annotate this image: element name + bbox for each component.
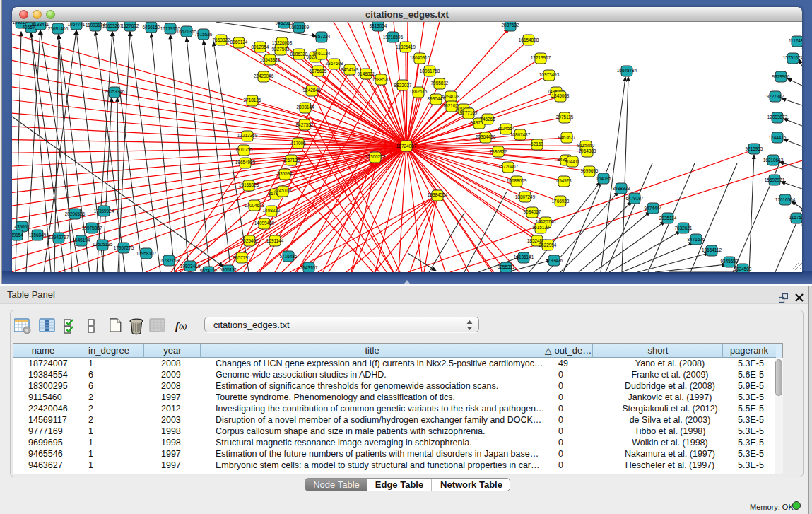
- svg-text:7632621: 7632621: [675, 226, 693, 230]
- svg-text:9699695: 9699695: [581, 168, 599, 173]
- svg-text:20364436: 20364436: [476, 134, 496, 139]
- svg-text:8255311: 8255311: [498, 264, 515, 269]
- svg-text:20206536: 20206536: [65, 211, 86, 216]
- svg-text:18724007: 18724007: [396, 144, 417, 148]
- svg-text:10654112: 10654112: [702, 247, 722, 252]
- svg-text:3267130: 3267130: [283, 158, 300, 163]
- svg-text:9474444: 9474444: [645, 206, 662, 211]
- svg-text:2643107: 2643107: [300, 265, 318, 270]
- svg-text:8471676: 8471676: [688, 237, 705, 242]
- svg-text:62160: 62160: [531, 141, 543, 146]
- svg-text:1112480: 1112480: [789, 38, 802, 43]
- svg-text:9227342: 9227342: [767, 94, 784, 99]
- svg-text:164095: 164095: [596, 176, 611, 181]
- svg-text:8912954: 8912954: [252, 45, 269, 49]
- svg-text:10653267: 10653267: [102, 23, 123, 28]
- svg-text:1845063: 1845063: [552, 93, 570, 98]
- svg-text:16782759: 16782759: [159, 258, 180, 263]
- svg-text:10958107: 10958107: [136, 251, 157, 256]
- svg-text:19384554: 19384554: [428, 192, 448, 197]
- svg-text:7625402: 7625402: [241, 238, 259, 243]
- svg-text:15692971: 15692971: [765, 177, 785, 182]
- svg-text:746266: 746266: [480, 117, 495, 122]
- svg-text:5461134: 5461134: [313, 51, 331, 56]
- svg-text:6794028: 6794028: [442, 94, 460, 99]
- svg-text:1156849: 1156849: [29, 233, 47, 238]
- svg-text:9327503: 9327503: [272, 47, 290, 52]
- svg-text:2522954: 2522954: [539, 243, 557, 247]
- svg-text:8133411: 8133411: [32, 22, 49, 27]
- svg-text:19654985: 19654985: [235, 160, 256, 165]
- svg-text:8454749: 8454749: [341, 67, 359, 72]
- svg-text:16210643: 16210643: [763, 158, 784, 163]
- svg-text:7386322: 7386322: [490, 149, 507, 154]
- svg-text:16033809: 16033809: [289, 25, 310, 30]
- svg-text:25300273: 25300273: [365, 154, 386, 159]
- svg-text:16671355: 16671355: [177, 29, 197, 34]
- svg-text:8427552: 8427552: [296, 122, 314, 127]
- svg-text:2367608: 2367608: [326, 61, 343, 66]
- svg-text:2935114: 2935114: [659, 216, 677, 221]
- svg-text:19975887: 19975887: [82, 226, 102, 230]
- svg-text:9242848: 9242848: [303, 88, 321, 93]
- svg-text:17957275: 17957275: [114, 245, 134, 250]
- svg-text:9777169: 9777169: [460, 110, 478, 115]
- svg-text:12093872: 12093872: [767, 115, 788, 119]
- svg-text:1910755: 1910755: [235, 147, 253, 152]
- svg-text:6466160: 6466160: [143, 25, 160, 30]
- svg-text:20053346: 20053346: [105, 89, 125, 94]
- svg-text:116753: 116753: [789, 215, 802, 220]
- svg-text:7663822: 7663822: [213, 37, 230, 42]
- svg-text:7357224: 7357224: [313, 34, 331, 39]
- svg-text:654923: 654923: [556, 178, 572, 183]
- svg-text:17004678: 17004678: [245, 203, 265, 208]
- svg-text:435061: 435061: [14, 224, 30, 229]
- svg-text:1588520: 1588520: [372, 77, 390, 82]
- svg-text:16543382: 16543382: [260, 57, 281, 62]
- svg-text:9084067: 9084067: [524, 209, 541, 214]
- svg-text:5905131: 5905131: [220, 267, 237, 272]
- svg-text:1024503: 1024503: [734, 267, 752, 271]
- svg-text:3624554: 3624554: [498, 126, 515, 131]
- svg-text:2975115: 2975115: [556, 115, 574, 119]
- svg-text:8813054: 8813054: [370, 23, 387, 28]
- svg-text:417006: 417006: [290, 141, 306, 146]
- svg-text:9657791: 9657791: [233, 255, 251, 260]
- svg-text:9074112: 9074112: [200, 269, 218, 272]
- svg-text:23691406: 23691406: [48, 26, 69, 31]
- svg-text:535594: 535594: [277, 171, 293, 176]
- svg-text:1498222: 1498222: [263, 208, 281, 213]
- svg-text:2087682: 2087682: [502, 23, 519, 28]
- svg-text:15751074: 15751074: [783, 55, 802, 60]
- svg-text:17359924: 17359924: [94, 209, 114, 214]
- svg-text:22420046: 22420046: [254, 74, 274, 78]
- svg-text:10961758: 10961758: [420, 69, 440, 74]
- svg-text:10807487: 10807487: [510, 132, 531, 137]
- svg-text:10688609: 10688609: [507, 178, 527, 183]
- svg-text:14136141: 14136141: [514, 255, 534, 259]
- svg-text:6479197: 6479197: [626, 196, 644, 201]
- svg-text:1862615: 1862615: [410, 89, 428, 94]
- svg-text:7955812: 7955812: [431, 81, 449, 86]
- svg-text:1244415: 1244415: [769, 135, 787, 140]
- svg-text:1615132: 1615132: [532, 225, 550, 230]
- svg-text:2245108: 2245108: [274, 188, 292, 193]
- svg-text:17016504: 17016504: [775, 197, 796, 202]
- svg-text:904411: 904411: [565, 159, 580, 164]
- svg-text:9463627: 9463627: [558, 135, 576, 140]
- svg-text:1691144: 1691144: [266, 238, 284, 243]
- svg-text:9329966: 9329966: [772, 74, 790, 79]
- svg-text:8186328: 8186328: [290, 52, 308, 57]
- svg-text:8938923: 8938923: [613, 186, 630, 191]
- svg-text:18640910: 18640910: [410, 55, 430, 60]
- svg-text:16648784: 16648784: [617, 68, 637, 73]
- svg-text:19166825: 19166825: [239, 182, 259, 187]
- svg-text:7515526: 7515526: [195, 32, 213, 37]
- svg-text:1766928: 1766928: [552, 199, 570, 204]
- svg-text:1527602: 1527602: [122, 23, 139, 28]
- svg-text:12213369: 12213369: [237, 133, 258, 138]
- svg-text:1964388: 1964388: [579, 148, 596, 153]
- svg-text:12942737: 12942737: [49, 235, 69, 240]
- svg-text:1057741: 1057741: [68, 22, 86, 27]
- svg-text:9245652: 9245652: [721, 259, 739, 264]
